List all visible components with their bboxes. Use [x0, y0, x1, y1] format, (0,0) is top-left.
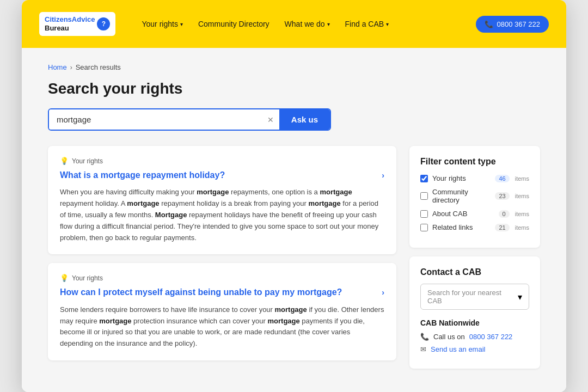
arrow-right-icon-2: ›: [382, 287, 384, 298]
filter-label-4: Related links: [432, 223, 491, 231]
nav-your-rights[interactable]: Your rights ▾: [142, 20, 182, 28]
filter-count-3: 0: [499, 210, 510, 218]
result-type-1: 💡 Your rights: [60, 157, 384, 165]
filter-items-label-3: items: [515, 211, 529, 217]
filter-checkbox-related[interactable]: [420, 224, 428, 231]
logo[interactable]: CitizensAdvice Bureau ?: [39, 12, 115, 35]
filter-checkbox-your-rights[interactable]: [420, 175, 428, 182]
filter-label-2: Community directory: [432, 188, 491, 204]
logo-text-line3: Bureau: [45, 24, 95, 33]
nav-community-directory[interactable]: Community Directory: [198, 20, 270, 28]
dropdown-chevron-icon: ▾: [518, 292, 522, 302]
cab-search-dropdown[interactable]: Search for your nearest CAB ▾: [420, 284, 529, 310]
logo-icon: ?: [97, 17, 110, 30]
filter-item-4: Related links 21 items: [420, 223, 529, 231]
call-us-label: Call us on: [433, 333, 465, 341]
filter-count-4: 21: [495, 224, 509, 231]
filter-column: Filter content type Your rights 46 items…: [409, 146, 540, 369]
navigation: CitizensAdvice Bureau ? Your rights ▾ Co…: [22, 0, 566, 48]
filter-item-1: Your rights 46 items: [420, 174, 529, 182]
cab-search-placeholder: Search for your nearest CAB: [427, 289, 518, 305]
result-text-1: When you are having difficulty making yo…: [60, 187, 384, 243]
lightbulb-icon-2: 💡: [60, 274, 69, 282]
chevron-down-icon-3: ▾: [386, 21, 389, 27]
filter-count-2: 23: [495, 192, 509, 200]
arrow-right-icon: ›: [382, 170, 384, 181]
phone-icon-2: 📞: [420, 333, 429, 341]
chevron-down-icon: ▾: [180, 21, 183, 27]
nav-find-cab[interactable]: Find a CAB ▾: [345, 20, 389, 28]
breadcrumb-separator: ›: [70, 64, 72, 71]
lightbulb-icon: 💡: [60, 157, 69, 165]
ask-button[interactable]: Ask us: [279, 109, 330, 130]
filter-item-3: About CAB 0 items: [420, 210, 529, 218]
filter-items-label-4: items: [515, 224, 529, 231]
search-input[interactable]: [49, 109, 262, 130]
main-content: Home › Search results Search your rights…: [22, 48, 566, 392]
filter-checkbox-community[interactable]: [420, 192, 428, 200]
filter-checkbox-about[interactable]: [420, 210, 428, 218]
filter-item-2: Community directory 23 items: [420, 188, 529, 204]
breadcrumb: Home › Search results: [48, 63, 540, 71]
logo-text-line2: Advice: [72, 15, 95, 23]
filter-items-label-2: items: [515, 193, 529, 199]
contact-panel: Contact a CAB Search for your nearest CA…: [409, 256, 540, 369]
result-card-2: 💡 Your rights How can I protect myself a…: [48, 263, 396, 360]
result-text-2: Some lenders require borrowers to have l…: [60, 304, 384, 350]
result-type-2: 💡 Your rights: [60, 274, 384, 282]
phone-row: 📞 Call us on 0800 367 222: [420, 333, 529, 341]
content-columns: 💡 Your rights What is a mortgage repayme…: [48, 146, 540, 369]
contact-title: Contact a CAB: [420, 267, 529, 277]
result-link-2[interactable]: How can I protect myself against being u…: [60, 286, 384, 298]
nav-what-we-do[interactable]: What we do ▾: [285, 20, 330, 28]
search-container: ✕ Ask us: [48, 108, 331, 131]
nav-links: Your rights ▾ Community Directory What w…: [142, 20, 463, 28]
clear-button[interactable]: ✕: [262, 111, 279, 128]
filter-panel: Filter content type Your rights 46 items…: [409, 146, 540, 248]
email-link[interactable]: Send us an email: [431, 345, 485, 353]
filter-count-1: 46: [495, 175, 509, 182]
email-icon: ✉: [420, 345, 426, 353]
phone-icon: 📞: [485, 20, 493, 28]
results-column: 💡 Your rights What is a mortgage repayme…: [48, 146, 396, 369]
chevron-down-icon-2: ▾: [327, 21, 330, 27]
page-title: Search your rights: [48, 80, 540, 97]
filter-label-3: About CAB: [432, 210, 494, 218]
breadcrumb-home[interactable]: Home: [48, 63, 67, 71]
email-row: ✉ Send us an email: [420, 345, 529, 353]
result-card-1: 💡 Your rights What is a mortgage repayme…: [48, 146, 396, 254]
filter-label-1: Your rights: [432, 174, 491, 182]
phone-link[interactable]: 0800 367 222: [469, 333, 513, 341]
breadcrumb-current: Search results: [76, 63, 121, 71]
logo-text-line1: Citizens: [45, 15, 72, 23]
filter-items-label-1: items: [515, 175, 529, 182]
phone-button[interactable]: 📞 0800 367 222: [476, 16, 549, 33]
result-link-1[interactable]: What is a mortgage repayment holiday? ›: [60, 169, 384, 181]
cab-nationwide-title: CAB Nationwide: [420, 318, 529, 327]
filter-title: Filter content type: [420, 157, 529, 167]
